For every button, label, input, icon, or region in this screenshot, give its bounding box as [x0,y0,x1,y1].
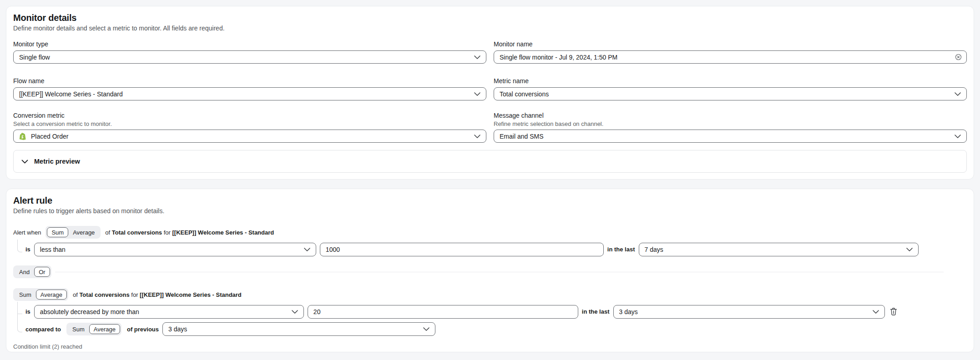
metric-name-select[interactable]: Total conversions [494,87,967,100]
rule1-flow-name: [[KEEP]] Welcome Series - Standard [172,229,274,236]
conversion-metric-field: Conversion metric Select a conversion me… [13,112,486,143]
monitor-type-field: Monitor type Single flow [13,40,486,64]
alert-rule-card: Alert rule Define rules to trigger alert… [6,189,974,352]
alert-when-label: Alert when [13,229,41,236]
rule1-agg-sum-button[interactable]: Sum [47,227,68,237]
metric-name-label: Metric name [494,77,967,85]
metric-preview-toggle[interactable]: Metric preview [13,150,967,173]
chevron-down-icon [873,310,879,314]
alert-rule-title: Alert rule [13,195,967,205]
chevron-down-icon [955,135,961,138]
logic-and-button[interactable]: And [15,267,34,277]
tree-connector [18,302,22,314]
message-channel-label: Message channel [494,112,967,120]
rule2-comp-average-button[interactable]: Average [89,324,120,334]
chevron-down-icon [474,135,480,138]
metric-name-value: Total conversions [500,90,549,98]
rule2-agg-sum-button[interactable]: Sum [15,290,36,300]
clear-input-icon[interactable] [955,54,962,60]
rule2-flow-name: [[KEEP]] Welcome Series - Standard [140,291,242,298]
page-title: Monitor details [13,13,967,23]
monitor-name-label: Monitor name [494,40,967,48]
is-label: is [25,308,30,315]
rule2-header: Sum Average of Total conversions for [[K… [13,288,967,301]
in-the-last-label: in the last [582,308,610,315]
rule2-agg-average-button[interactable]: Average [36,290,67,300]
rule2-compared-row: compared to Sum Average of previous 3 da… [25,322,967,336]
logic-row: And Or [13,265,967,278]
message-channel-field: Message channel Refine metric selection … [494,112,967,143]
monitor-name-field: Monitor name [494,40,967,64]
chevron-down-icon [21,160,28,164]
rule1-conditions: is less than in the last 7 days [13,242,967,256]
monitor-type-value: Single flow [19,54,50,61]
conversion-metric-label: Conversion metric [13,112,486,120]
flow-name-select[interactable]: [[KEEP]] Welcome Series - Standard [13,87,486,100]
rule1-of-label: of Total conversions for [[KEEP]] Welcom… [105,229,274,236]
logic-toggle: And Or [13,265,51,278]
rule2-window-value: 3 days [619,308,638,315]
chevron-down-icon [292,310,298,314]
flow-name-value: [[KEEP]] Welcome Series - Standard [19,90,123,98]
monitor-type-select[interactable]: Single flow [13,50,486,64]
message-channel-select[interactable]: Email and SMS [494,130,967,143]
message-channel-value: Email and SMS [500,133,543,140]
rule1-condition-row: is less than in the last 7 days [25,242,967,256]
chevron-down-icon [906,248,913,251]
rule2-threshold-input[interactable] [308,305,578,319]
conversion-metric-helper: Select a conversion metric to monitor. [13,120,486,127]
rule1-window-value: 7 days [645,246,663,253]
chevron-down-icon [474,92,480,96]
rule2-comp-sum-button[interactable]: Sum [68,324,89,334]
message-channel-helper: Refine metric selection based on channel… [494,120,967,127]
rule2-agg-toggle: Sum Average [13,288,68,301]
rule1-agg-average-button[interactable]: Average [68,227,99,237]
rule2-conditions: is absolutely decreased by more than in … [13,305,967,336]
condition-limit-note: Condition limit (2) reached [13,343,967,350]
shopify-icon [19,132,27,140]
rule2-previous-window-value: 3 days [168,325,187,333]
is-label: is [25,246,30,253]
section-subtitle: Define monitor details and select a metr… [13,25,967,32]
rule1-header: Alert when Sum Average of Total conversi… [13,226,967,239]
rule1-threshold-input[interactable] [320,243,604,256]
metric-preview-label: Metric preview [34,158,80,165]
monitor-details-card: Monitor details Define monitor details a… [6,6,974,180]
rule2-window-select[interactable]: 3 days [613,305,885,319]
chevron-down-icon [304,248,310,251]
metric-name-field: Metric name Total conversions [494,77,967,100]
chevron-down-icon [955,92,961,96]
rule1-window-select[interactable]: 7 days [639,243,919,256]
alert-rule-subtitle: Define rules to trigger alerts based on … [13,207,967,215]
rule1-operator-select[interactable]: less than [34,243,316,256]
delete-condition-button[interactable] [889,307,898,316]
rule2-condition-row: is absolutely decreased by more than in … [25,305,967,319]
chevron-down-icon [423,327,429,331]
flow-name-label: Flow name [13,77,486,85]
conversion-metric-select[interactable]: Placed Order [13,130,486,143]
tree-connector [17,240,22,252]
flow-name-field: Flow name [[KEEP]] Welcome Series - Stan… [13,77,486,100]
rule2-metric-name: Total conversions [79,291,129,298]
trash-icon [889,307,898,316]
rule1-agg-toggle: Sum Average [45,226,101,239]
rule2-operator-select[interactable]: absolutely decreased by more than [34,305,304,319]
monitor-name-input[interactable] [494,50,967,64]
logic-divider [55,272,944,272]
monitor-type-label: Monitor type [13,40,486,48]
rule1-operator-value: less than [40,246,66,253]
rule2-of-label: of Total conversions for [[KEEP]] Welcom… [73,291,242,298]
in-the-last-label: in the last [607,246,635,253]
of-previous-label: of previous [127,326,159,333]
rule2-operator-value: absolutely decreased by more than [40,308,139,315]
rule2-previous-window-select[interactable]: 3 days [162,322,435,336]
conversion-metric-value: Placed Order [31,133,68,140]
chevron-down-icon [474,55,480,59]
compared-to-label: compared to [25,326,61,333]
logic-or-button[interactable]: Or [34,267,50,277]
rule1-metric-name: Total conversions [112,229,162,236]
rule2-comp-agg-toggle: Sum Average [66,323,121,335]
